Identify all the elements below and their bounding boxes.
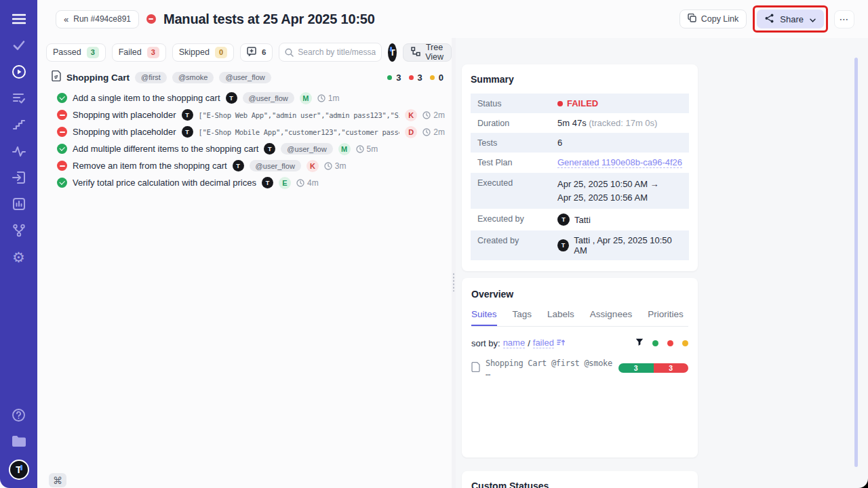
sort-failed-link[interactable]: failed	[533, 338, 554, 348]
run-failed-status-icon	[146, 14, 156, 24]
main-area: « Run #494ce891 Manual tests at 25 Apr 2…	[37, 0, 868, 488]
test-list-pane: Passed 3 Failed 3 Skipped 0 6	[37, 38, 452, 488]
failed-segment: 3	[654, 363, 688, 373]
executed-by-avatar: T	[557, 214, 570, 226]
user-avatar[interactable]: T	[9, 460, 29, 480]
executed-by-label: Executed by	[477, 214, 557, 224]
tab-labels[interactable]: Labels	[547, 309, 574, 326]
keyboard-shortcuts-button[interactable]: ⌘	[49, 473, 66, 487]
test-row[interactable]: Remove an item from the shopping cart T …	[57, 157, 445, 174]
more-options-button[interactable]: ⋯	[834, 10, 854, 28]
tab-tags[interactable]: Tags	[513, 309, 532, 326]
suite-header[interactable]: Shopping Cart @first @smoke @user_flow 3…	[52, 70, 445, 84]
sort-name-link[interactable]: name	[503, 338, 526, 348]
tab-assignees[interactable]: Assignees	[590, 309, 632, 326]
runs-play-icon[interactable]	[11, 64, 27, 80]
skipped-filter-dot[interactable]	[682, 340, 688, 346]
test-row[interactable]: Add a single item to the shopping cart T…	[57, 89, 445, 106]
suite-result-bar: 3 3	[618, 363, 688, 373]
summary-row-executed: Executed Apr 25, 2025 10:50 AM →Apr 25, …	[471, 173, 689, 209]
sort-direction-icon[interactable]	[557, 338, 565, 348]
summary-table: Status FAILED Duration 5m 47s (tracked: …	[471, 94, 689, 260]
overview-card: Overview Suites Tags Labels Assignees Pr…	[462, 278, 698, 458]
skipped-filter-chip[interactable]: Skipped 0	[172, 43, 234, 62]
test-duration: 3m	[335, 161, 347, 171]
test-row[interactable]: Add multiple different items to the shop…	[57, 140, 445, 157]
passed-filter-dot[interactable]	[652, 340, 658, 346]
tree-view-icon	[411, 47, 420, 58]
test-title: Shopping with placeholder	[73, 127, 176, 137]
test-title: Shopping with placeholder	[73, 110, 176, 120]
test-duration: 2m	[433, 110, 445, 120]
executed-label: Executed	[477, 178, 557, 188]
page-title: Manual tests at 25 Apr 2025 10:50	[163, 12, 375, 27]
failed-filter-dot[interactable]	[667, 340, 673, 346]
created-by-avatar: T	[557, 239, 569, 251]
share-button[interactable]: Share	[757, 9, 824, 28]
test-row[interactable]: Shopping with placeholder T ["E-Shop Mob…	[57, 123, 445, 140]
suite-tag[interactable]: @user_flow	[219, 72, 271, 83]
passed-check-icon	[57, 93, 67, 103]
duration-value: 5m 47s	[557, 118, 587, 128]
help-icon[interactable]	[11, 407, 27, 423]
panel-resizer[interactable]	[452, 38, 456, 488]
suite-failed-count: 3	[418, 73, 422, 83]
sort-separator: /	[528, 338, 530, 348]
sidebar: ⚙ T	[0, 0, 37, 488]
analytics-icon[interactable]	[11, 196, 27, 212]
executed-from: Apr 25, 2025 10:50 AM →	[557, 178, 659, 191]
assignee-avatar: T	[233, 160, 244, 171]
overview-suite-name: Shopping Cart @first @smoke …	[486, 359, 613, 378]
test-plan-link[interactable]: Generated 1190e08b-ca96-4f26-b10f-d6dc…	[557, 157, 682, 168]
passed-check-icon	[57, 144, 67, 154]
filter-funnel-icon[interactable]	[635, 338, 644, 348]
failed-minus-icon	[57, 161, 67, 171]
test-tag[interactable]: @user_flow	[250, 160, 301, 171]
executed-by-value: Tatti	[574, 215, 591, 225]
passed-filter-chip[interactable]: Passed 3	[46, 43, 106, 62]
custom-status-badge: M	[300, 92, 312, 104]
suite-name: Shopping Cart	[66, 73, 130, 83]
back-to-run-button[interactable]: « Run #494ce891	[56, 10, 139, 28]
tree-view-button[interactable]: Tree View	[403, 43, 452, 62]
overview-sort-row: sort by: name / failed	[471, 338, 688, 348]
failed-status-dot	[557, 101, 563, 106]
search-input[interactable]	[279, 43, 382, 62]
imports-icon[interactable]	[11, 169, 27, 186]
search-wrap	[279, 43, 382, 62]
pulse-icon[interactable]	[11, 143, 27, 159]
test-row[interactable]: Shopping with placeholder T ["E-Shop Web…	[57, 106, 445, 123]
failed-filter-chip[interactable]: Failed 3	[112, 43, 166, 62]
custom-status-badge: D	[405, 126, 417, 138]
steps-icon[interactable]	[11, 117, 27, 133]
suite-block: Shopping Cart @first @smoke @user_flow 3…	[37, 62, 452, 191]
custom-statuses-title: Custom Statuses	[471, 481, 688, 488]
comments-count: 6	[262, 48, 266, 56]
overview-suite-row[interactable]: Shopping Cart @first @smoke … 3 3	[471, 359, 688, 378]
suite-passed-count: 3	[396, 73, 401, 83]
tests-check-icon[interactable]	[11, 37, 27, 54]
branches-icon[interactable]	[11, 222, 27, 239]
window-corner	[857, 477, 868, 488]
test-example-data: ["E-Shop Web App","admin_user","admin_pa…	[199, 111, 400, 119]
suite-tag[interactable]: @smoke	[172, 72, 214, 83]
test-row[interactable]: Verify total price calculation with deci…	[57, 174, 445, 191]
suite-tag[interactable]: @first	[135, 72, 167, 83]
share-caret-icon[interactable]	[810, 14, 816, 24]
menu-icon[interactable]	[11, 11, 27, 27]
assignee-filter-avatar[interactable]: T	[388, 43, 397, 62]
projects-folder-icon[interactable]	[11, 433, 27, 449]
assignee-avatar: T	[182, 109, 193, 121]
run-lists-icon[interactable]	[11, 90, 27, 106]
tab-suites[interactable]: Suites	[471, 309, 497, 326]
tab-priorities[interactable]: Priorities	[648, 309, 684, 326]
test-tag[interactable]: @user_flow	[281, 143, 332, 155]
assignee-avatar: T	[226, 92, 237, 104]
assignee-avatar: T	[262, 177, 273, 188]
comments-filter-chip[interactable]: 6	[240, 43, 273, 62]
vertical-scrollbar[interactable]	[854, 58, 858, 467]
copy-link-button[interactable]: Copy Link	[679, 9, 747, 28]
settings-gear-icon[interactable]: ⚙	[11, 249, 27, 265]
test-tag[interactable]: @user_flow	[243, 92, 294, 104]
overview-tabs: Suites Tags Labels Assignees Priorities	[471, 309, 688, 327]
